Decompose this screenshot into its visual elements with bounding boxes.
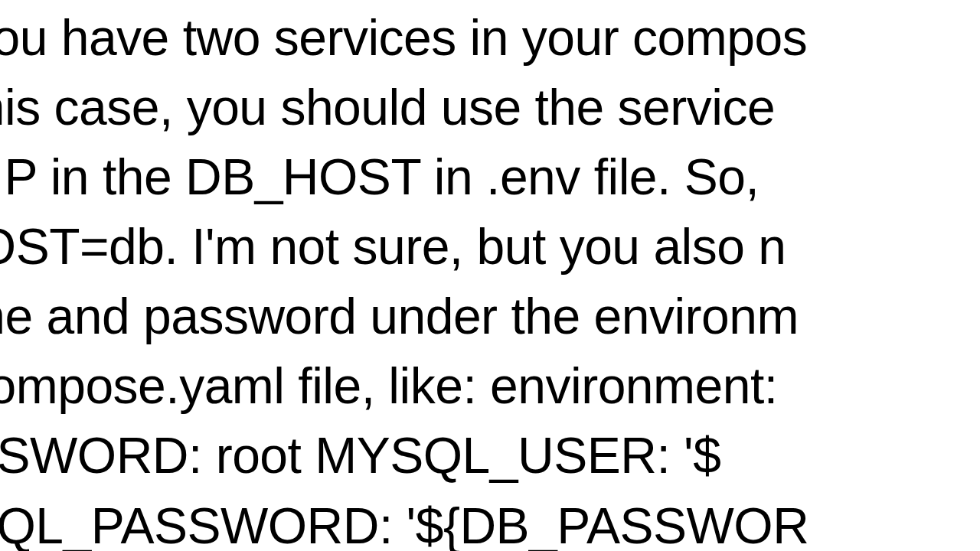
document-text-block: You have two services in your compos thi… bbox=[0, 3, 808, 551]
text-line-4: IOST=db. I'm not sure, but you also n bbox=[0, 212, 808, 282]
text-line-6: compose.yaml file, like: environment: bbox=[0, 351, 808, 421]
text-line-8: SQL_PASSWORD: '${DB_PASSWOR bbox=[0, 491, 808, 551]
text-line-3: f IP in the DB_HOST in .env file. So, bbox=[0, 142, 808, 212]
text-line-2: this case, you should use the service bbox=[0, 73, 808, 142]
text-line-5: me and password under the environm bbox=[0, 282, 808, 351]
text-line-7: SSWORD: root MYSQL_USER: '$ bbox=[0, 421, 808, 491]
text-line-1: You have two services in your compos bbox=[0, 3, 808, 73]
